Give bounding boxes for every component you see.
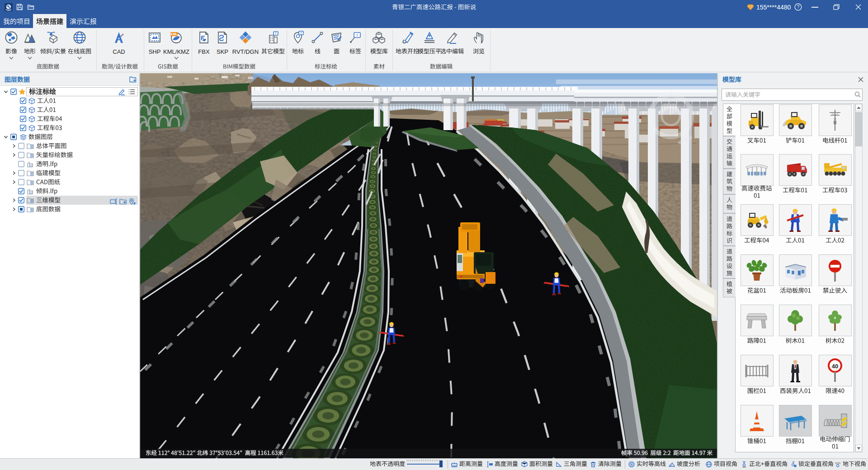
- svg-text:KML: KML: [170, 33, 178, 36]
- svg-text:V: V: [750, 5, 752, 8]
- svg-text:T: T: [275, 32, 277, 35]
- svg-text:T: T: [300, 32, 302, 35]
- svg-text:?: ?: [797, 5, 800, 9]
- svg-text:T: T: [356, 33, 359, 38]
- svg-text:40: 40: [832, 363, 838, 370]
